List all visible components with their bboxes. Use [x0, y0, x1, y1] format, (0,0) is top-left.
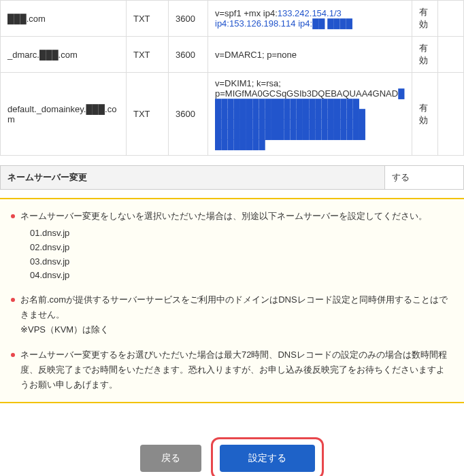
notice-item: ネームサーバー変更するをお選びいただいた場合は最大72時間、DNSレコードの設定… [11, 347, 453, 392]
nameserver-change-value: する [384, 166, 463, 189]
cell-host: default._domainkey.███.com [1, 73, 127, 156]
nameserver-entry: 04.dnsv.jp [30, 269, 453, 283]
notice-box: ネームサーバー変更をしないを選択いただいた場合は、別途以下ネームサーバーを設定し… [0, 198, 464, 403]
back-button[interactable]: 戻る [140, 445, 201, 472]
nameserver-change-bar: ネームサーバー変更 する [0, 165, 464, 190]
cell-ttl: 3600 [169, 37, 208, 73]
cell-action [438, 1, 464, 37]
cell-type: TXT [127, 73, 169, 156]
cell-host: _dmarc.███.com [1, 37, 127, 73]
notice-item: ネームサーバー変更をしないを選択いただいた場合は、別途以下ネームサーバーを設定し… [11, 209, 453, 283]
nameserver-entry: 02.dnsv.jp [30, 241, 453, 255]
table-row: ███.com TXT 3600 v=spf1 +mx ip4:133.242.… [1, 1, 464, 37]
cell-ttl: 3600 [169, 1, 208, 37]
cell-value: v=spf1 +mx ip4:133.242.154.1/3 ip4:153.1… [208, 1, 412, 37]
cell-ttl: 3600 [169, 73, 208, 156]
cell-type: TXT [127, 1, 169, 37]
nameserver-list: 01.dnsv.jp 02.dnsv.jp 03.dnsv.jp 04.dnsv… [30, 226, 453, 283]
table-row: _dmarc.███.com TXT 3600 v=DMARC1; p=none… [1, 37, 464, 73]
notice-item: お名前.comが提供するサーバーサービスをご利用中のドメインはDNSレコード設定… [11, 292, 453, 337]
cell-status: 有効 [412, 1, 438, 37]
nameserver-change-label: ネームサーバー変更 [1, 166, 384, 189]
cell-type: TXT [127, 37, 169, 73]
nameserver-entry: 01.dnsv.jp [30, 226, 453, 241]
submit-highlight: 設定する [211, 437, 324, 476]
submit-button[interactable]: 設定する [220, 445, 315, 472]
cell-status: 有効 [412, 37, 438, 73]
cell-status: 有効 [412, 73, 438, 156]
nameserver-entry: 03.dnsv.jp [30, 255, 453, 269]
cell-value: v=DKIM1; k=rsa; p=MIGfMA0GCSqGSIb3DQEBAQ… [208, 73, 412, 156]
cell-value: v=DMARC1; p=none [208, 37, 412, 73]
dns-records-table: ███.com TXT 3600 v=spf1 +mx ip4:133.242.… [0, 0, 464, 156]
table-row: default._domainkey.███.com TXT 3600 v=DK… [1, 73, 464, 156]
cell-host: ███.com [1, 1, 127, 37]
cell-action [438, 73, 464, 156]
button-row: 戻る 設定する [0, 437, 464, 476]
cell-action [438, 37, 464, 73]
